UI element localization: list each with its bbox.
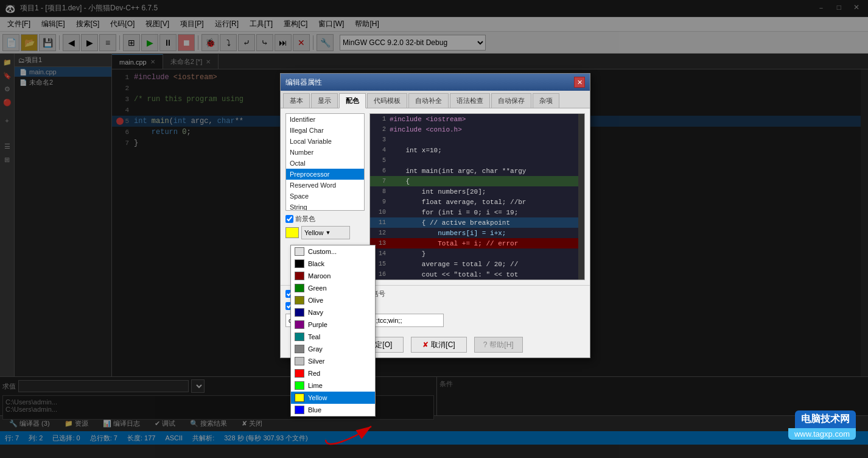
color-name-blue: Blue [308,406,321,414]
preview-line-9: 9 float average, total; //br [370,197,584,207]
preview-line-3: 3 [370,135,584,145]
color-dot-teal [295,333,304,341]
color-controls: 前景色 Yellow ▼ Custom... [285,214,369,241]
cancel-icon: ✘ [422,340,429,349]
color-name-custom: Custom... [308,248,337,255]
color-name-red: Red [308,370,320,377]
preview-line-12: 12 numbers[i] = i+x; [370,228,584,238]
preview-line-6: 6 int main(int argc, char **argy [370,166,584,176]
editor-properties-dialog: 编辑器属性 ✕ 基本 显示 配色 代码模板 自动补全 语法检查 自动保存 杂项 … [280,73,590,358]
color-name-teal: Teal [308,333,320,340]
color-item-olive[interactable]: Olive [291,294,375,306]
color-item-teal[interactable]: Teal [291,331,375,343]
preview-line-2: 2 #include <conio.h> [370,124,584,135]
syntax-list[interactable]: Identifier Illegal Char Local Variable N… [285,113,365,211]
color-item-black[interactable]: Black [291,258,375,270]
help-label: 帮助[H] [489,340,513,350]
syntax-item-string[interactable]: String [286,202,364,211]
preview-line-8: 8 int numbers[20]; [370,186,584,197]
syntax-item-reserved[interactable]: Reserved Word [286,180,364,191]
color-dot-green [295,284,304,292]
syntax-item-illegal[interactable]: Illegal Char [286,125,364,136]
preview-line-1: 1 #include <iostream> [370,114,584,124]
color-item-gray[interactable]: Gray [291,343,375,355]
color-swatch [285,227,299,238]
cancel-button[interactable]: ✘ 取消[C] [411,337,466,353]
color-list-dropdown: Custom... Black Maroon Green [290,245,376,417]
preview-line-7: 7 { [370,176,584,186]
watermark-top-line: 电脑技术网 [795,410,856,428]
cancel-label: 取消[C] [431,340,455,350]
dialog-tab-basic[interactable]: 基本 [283,93,310,108]
color-dot-navy [295,308,304,317]
color-dot-red [295,369,304,378]
dialog-tab-color[interactable]: 配色 [339,93,366,108]
dialog-close-button[interactable]: ✕ [574,77,585,88]
help-button[interactable]: ? 帮助[H] [474,337,523,353]
preview-scrollbar[interactable] [578,114,584,280]
color-item-blue[interactable]: Blue [291,404,375,416]
preview-line-15: 15 average = total / 20; // [370,259,584,269]
color-dot-blue [295,406,304,414]
preview-line-4: 4 int x=10; [370,145,584,155]
help-icon: ? [483,340,488,349]
color-dot-gray [295,345,304,353]
color-name-gray: Gray [308,345,323,353]
color-item-custom[interactable]: Custom... [291,245,375,258]
fg-checkbox-label[interactable]: 前景色 [285,214,315,224]
syntax-item-identifier[interactable]: Identifier [286,114,364,125]
color-item-maroon[interactable]: Maroon [291,270,375,282]
color-dot-lime [295,381,304,390]
dialog-main-content: Identifier Illegal Char Local Variable N… [281,108,590,285]
syntax-item-preprocessor[interactable]: Preprocessor [286,169,364,180]
preview-line-16: 16 cout << "total: " << tot [370,269,584,280]
color-name-black: Black [308,260,324,267]
color-item-yellow[interactable]: Yellow [291,392,375,404]
color-item-red[interactable]: Red [291,367,375,379]
color-name-purple: Purple [308,321,327,328]
syntax-item-octal[interactable]: Octal [286,158,364,169]
color-select-dropdown[interactable]: Yellow ▼ [301,226,350,239]
watermark-bottom-line: www.tagxp.com [788,428,856,440]
preview-line-10: 10 for (int i = 0; i <= 19; [370,207,584,217]
preview-panel: 1 #include <iostream> 2 #include <conio.… [369,113,585,280]
color-item-purple[interactable]: Purple [291,319,375,331]
dialog-tab-display[interactable]: 显示 [311,93,338,108]
fg-label: 前景色 [295,214,315,224]
color-dot-yellow [295,393,304,402]
dialog-tab-autocomplete[interactable]: 自动补全 [408,93,449,108]
syntax-item-number[interactable]: Number [286,147,364,158]
preview-line-5: 5 [370,155,584,166]
watermark: 电脑技术网 www.tagxp.com [788,410,856,440]
color-dot-black [295,259,304,268]
color-item-navy[interactable]: Navy [291,306,375,319]
dialog-tab-template[interactable]: 代码模板 [367,93,407,108]
color-name-navy: Navy [308,309,323,316]
dialog-title-bar: 编辑器属性 ✕ [281,74,590,91]
preview-line-11: 11 { // active breakpoint [370,217,584,228]
preview-line-13: 13 Total += i; // error [370,238,584,248]
dropdown-arrow-icon: ▼ [325,230,331,236]
dialog-tab-autosave[interactable]: 自动保存 [491,93,531,108]
color-item-green[interactable]: Green [291,282,375,294]
color-dropdown-row: Yellow ▼ [285,226,369,239]
selected-color-label: Yellow [304,229,323,236]
color-dot-purple [295,320,304,329]
dialog-tab-misc[interactable]: 杂项 [533,93,559,108]
color-dot-olive [295,296,304,305]
color-dot-custom [295,247,304,256]
fg-row: 前景色 [285,214,369,224]
color-name-maroon: Maroon [308,272,331,280]
fg-checkbox[interactable] [285,215,293,223]
dialog-tab-syntax[interactable]: 语法检查 [450,93,490,108]
color-name-lime: Lime [308,382,323,389]
color-item-silver[interactable]: Silver [291,355,375,367]
color-dot-silver [295,357,304,365]
syntax-item-space[interactable]: Space [286,191,364,202]
color-dot-maroon [295,272,304,280]
syntax-item-local-var[interactable]: Local Variable [286,136,364,147]
color-name-olive: Olive [308,297,323,304]
color-item-lime[interactable]: Lime [291,379,375,392]
dialog-title: 编辑器属性 [285,77,322,88]
dialog-tabs: 基本 显示 配色 代码模板 自动补全 语法检查 自动保存 杂项 [281,91,590,108]
